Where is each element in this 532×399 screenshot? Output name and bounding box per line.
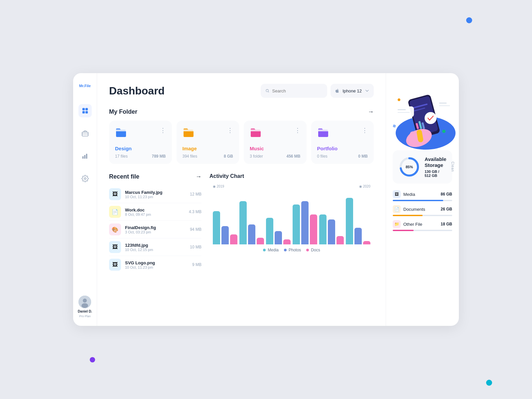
recent-files-title: Recent file (109, 173, 139, 180)
legend-label: Docs (311, 248, 320, 252)
svg-rect-1 (85, 108, 87, 110)
chart-bars (213, 191, 370, 244)
bar-media (213, 211, 220, 244)
search-input[interactable] (272, 88, 323, 93)
storage-item-icon: 🖼 (393, 190, 401, 198)
folder-meta: 0 files 0 MB (317, 154, 368, 159)
svg-rect-35 (422, 122, 425, 129)
file-size: 9 MB (192, 262, 201, 267)
file-name: Work.doc (125, 207, 185, 212)
folder-card-music[interactable]: ⋮ Music 3 folder 456 MB (244, 121, 307, 164)
file-list-item[interactable]: 🖼 SVG Logo.png 10 Oct, 11:23 pm 9 MB (109, 256, 201, 273)
recent-files-section: Recent file → 🖼 Marcus Family.jpg 10 Oct… (109, 173, 201, 273)
file-size: 10 MB (190, 245, 201, 249)
my-folder-title: My Folder (109, 108, 137, 115)
sidebar-user: Daniel D. Pro Plan (78, 296, 92, 318)
storage-item-name: Other File (403, 222, 438, 227)
file-list-item[interactable]: 🖼 123fdfd.jpg 10 Oct, 12:15 pm 10 MB (109, 238, 201, 256)
logo-accent: Mr. (79, 84, 84, 88)
storage-card: 85% Available Storage 130 GB / 512 GB Cl… (393, 150, 452, 184)
folder-name: Music (250, 146, 301, 151)
chart-legend-item: Media (263, 248, 279, 252)
folder-size: 789 MB (152, 154, 166, 159)
device-selector[interactable]: Iphone 12 (331, 84, 374, 98)
bar-docs (283, 239, 291, 244)
svg-point-19 (425, 112, 437, 124)
bar-media (266, 218, 273, 244)
svg-point-11 (83, 299, 87, 303)
chart-bar-group (213, 211, 237, 244)
folder-name: Image (183, 146, 233, 151)
svg-rect-34 (418, 121, 422, 129)
chart-legend: Media Photos Docs (209, 248, 374, 252)
file-list-item[interactable]: 🎨 FinalDesign.fig 3 Oct, 03:23 pm 94 MB (109, 221, 201, 238)
folder-card-image[interactable]: ⋮ Image 394 files 8 GB (177, 121, 239, 164)
file-list-item[interactable]: 📄 Work.doc 8 Oct, 09:47 pm 4.3 MB (109, 203, 201, 221)
folder-svg-icon (317, 127, 329, 139)
storage-item-header: 🖼 Media 86 GB (393, 190, 452, 198)
chart-bar-group (239, 201, 264, 244)
apple-icon (334, 88, 340, 93)
storage-progress-bar (393, 230, 452, 231)
svg-rect-2 (82, 111, 84, 113)
storage-progress-fill (393, 215, 423, 216)
folder-menu-icon[interactable]: ⋮ (362, 127, 368, 134)
svg-rect-15 (408, 94, 441, 139)
storage-item-media: 🖼 Media 86 GB (393, 190, 452, 201)
folder-meta: 3 folder 456 MB (250, 154, 301, 159)
sidebar-item-analytics[interactable] (78, 149, 92, 163)
settings-icon (81, 175, 89, 182)
recent-files-list: 🖼 Marcus Family.jpg 10 Oct, 11:23 pm 12 … (109, 186, 201, 273)
storage-item-size: 86 GB (441, 192, 452, 197)
storage-progress-fill (393, 230, 414, 231)
page-title: Dashboard (109, 85, 261, 97)
chart-bar-group (346, 198, 370, 244)
folder-menu-icon[interactable]: ⋮ (160, 127, 166, 134)
folder-file-count: 17 files (115, 154, 128, 159)
device-name-label: Iphone 12 (342, 88, 362, 93)
my-folder-arrow[interactable]: → (368, 108, 374, 115)
storage-item-other-file: 📁 Other File 18 GB (393, 220, 452, 231)
recent-files-header: Recent file → (109, 173, 201, 180)
search-bar[interactable] (261, 84, 327, 98)
file-size: 4.3 MB (189, 209, 201, 214)
svg-point-12 (81, 303, 88, 308)
chart-bar-group (319, 214, 344, 244)
svg-point-14 (396, 116, 456, 150)
svg-rect-33 (416, 123, 419, 129)
file-list-item[interactable]: 🖼 Marcus Family.jpg 10 Oct, 11:23 pm 12 … (109, 186, 201, 203)
sidebar-item-briefcase[interactable] (78, 127, 92, 140)
file-info: SVG Logo.png 10 Oct, 11:23 pm (125, 260, 188, 269)
chevron-down-icon (364, 88, 370, 93)
bar-docs (230, 234, 237, 244)
clean-badge[interactable]: Clean (451, 162, 455, 172)
folder-menu-icon[interactable]: ⋮ (295, 127, 301, 134)
briefcase-icon (81, 130, 89, 137)
sidebar-item-dashboard[interactable] (78, 104, 92, 117)
storage-percent: 85% (406, 165, 413, 169)
folder-menu-icon[interactable]: ⋮ (227, 127, 233, 134)
bar-photos (354, 228, 362, 244)
folder-file-count: 394 files (183, 154, 198, 159)
file-name: SVG Logo.png (125, 260, 188, 265)
folder-svg-icon (250, 127, 262, 139)
chart-icon (81, 152, 89, 160)
phone-svg (386, 80, 459, 153)
file-type-icon: 🖼 (109, 259, 121, 271)
folder-card-portfolio[interactable]: ⋮ Portfolio 0 files 0 MB (311, 121, 374, 164)
app-logo: Mr.File (79, 84, 91, 88)
file-info: 123fdfd.jpg 10 Oct, 12:15 pm (125, 243, 186, 252)
folder-icon (183, 127, 195, 141)
recent-files-arrow[interactable]: → (196, 173, 201, 180)
file-date: 8 Oct, 09:47 pm (125, 212, 185, 216)
bg-decoration-dot (466, 17, 472, 23)
legend-dot (284, 249, 287, 251)
bar-docs (363, 241, 370, 244)
svg-rect-0 (82, 108, 84, 110)
file-type-icon: 🖼 (109, 188, 121, 200)
storage-total: 512 GB (425, 174, 437, 178)
folder-card-design[interactable]: ⋮ Design 17 files 789 MB (109, 121, 172, 164)
sidebar-item-settings[interactable] (78, 172, 92, 185)
main-content: Dashboard Iphone 12 My Folder (97, 73, 386, 326)
chart-year-2020: ◉ 2020 (359, 185, 370, 188)
